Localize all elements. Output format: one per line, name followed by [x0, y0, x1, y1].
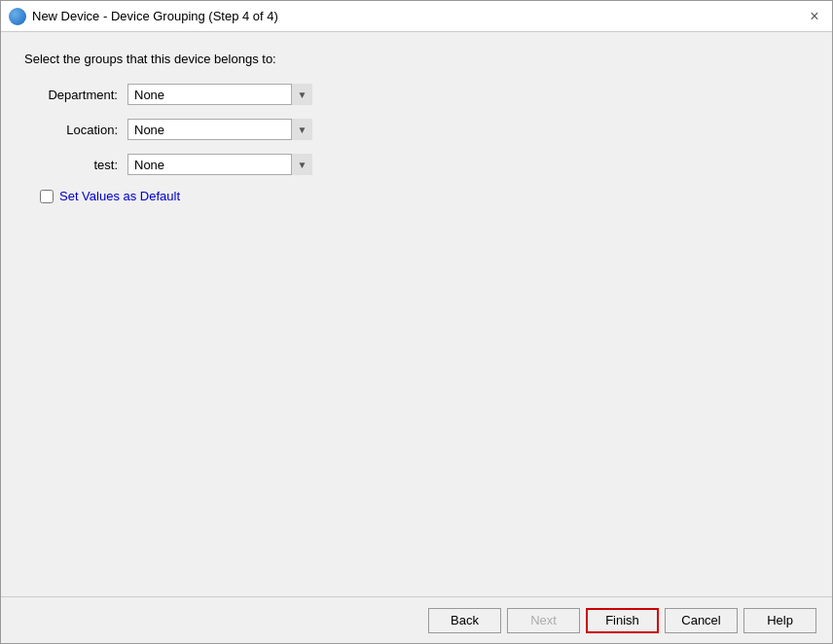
- help-button[interactable]: Help: [743, 608, 816, 633]
- set-default-checkbox[interactable]: [40, 190, 54, 203]
- set-default-label[interactable]: Set Values as Default: [59, 189, 180, 203]
- title-bar-left: New Device - Device Grouping (Step 4 of …: [9, 8, 278, 25]
- footer: Back Next Finish Cancel Help: [1, 596, 832, 643]
- test-row: test: None ▼: [40, 154, 809, 175]
- test-select-wrapper: None ▼: [127, 154, 312, 175]
- main-content: Select the groups that this device belon…: [1, 32, 832, 596]
- department-row: Department: None ▼: [40, 84, 809, 105]
- department-select-wrapper: None ▼: [127, 84, 312, 105]
- globe-icon: [9, 8, 26, 25]
- title-bar: New Device - Device Grouping (Step 4 of …: [1, 1, 832, 32]
- location-select-wrapper: None ▼: [127, 119, 312, 140]
- test-select[interactable]: None: [127, 154, 312, 175]
- close-button[interactable]: ×: [805, 7, 824, 26]
- test-label: test:: [40, 158, 127, 172]
- finish-button[interactable]: Finish: [586, 608, 659, 633]
- window-title: New Device - Device Grouping (Step 4 of …: [32, 9, 278, 23]
- next-button[interactable]: Next: [507, 608, 580, 633]
- back-button[interactable]: Back: [428, 608, 501, 633]
- cancel-button[interactable]: Cancel: [665, 608, 738, 633]
- department-label: Department:: [40, 88, 127, 102]
- location-select[interactable]: None: [127, 119, 312, 140]
- instruction-text: Select the groups that this device belon…: [24, 52, 809, 66]
- checkbox-row: Set Values as Default: [40, 189, 809, 203]
- location-row: Location: None ▼: [40, 119, 809, 140]
- main-window: New Device - Device Grouping (Step 4 of …: [0, 0, 833, 644]
- location-label: Location:: [40, 123, 127, 137]
- department-select[interactable]: None: [127, 84, 312, 105]
